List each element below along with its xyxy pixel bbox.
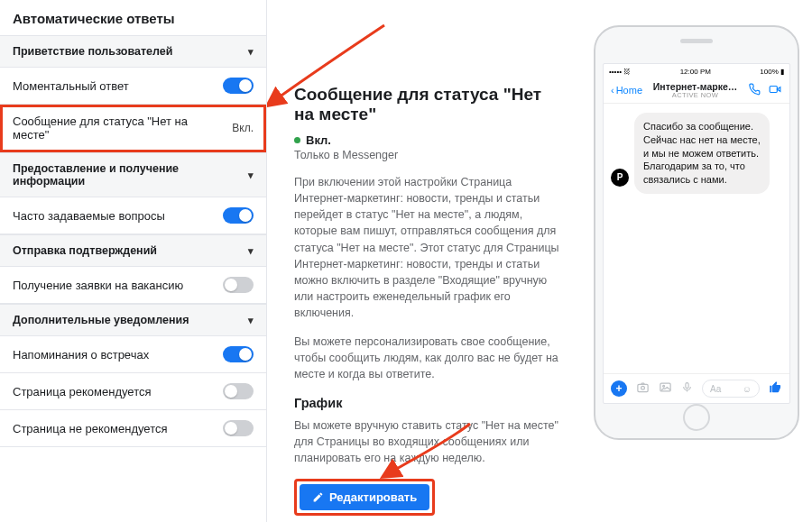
toggle-off-icon[interactable] xyxy=(223,420,254,436)
sidebar-item-label: Получение заявки на вакансию xyxy=(13,279,223,292)
group-label: Приветствие пользователей xyxy=(13,45,172,58)
phone-frame: ••••• ᯼ 12:00 PM 100% ▮ ‹ Home Интернет-… xyxy=(594,25,799,440)
sidebar-item-recommended[interactable]: Страница рекомендуется xyxy=(0,373,266,410)
group-label: Отправка подтверждений xyxy=(13,244,157,257)
battery-icon: 100% ▮ xyxy=(760,68,784,76)
description-paragraph: При включении этой настройки Страница Ин… xyxy=(294,174,559,321)
chat-active-status: active now xyxy=(653,92,737,99)
toggle-on-icon[interactable] xyxy=(223,346,254,362)
sidebar-item-label: Страница не рекомендуется xyxy=(13,422,223,435)
phone-call-icon[interactable] xyxy=(748,83,761,98)
group-header-confirm[interactable]: Отправка подтверждений ▾ xyxy=(0,234,266,267)
camera-icon[interactable] xyxy=(636,380,650,397)
edit-button[interactable]: Редактировать xyxy=(300,484,429,510)
svg-point-4 xyxy=(663,385,665,387)
chevron-down-icon: ▾ xyxy=(248,315,254,326)
mic-icon[interactable] xyxy=(681,380,693,397)
status-bar: ••••• ᯼ 12:00 PM 100% ▮ xyxy=(604,64,789,78)
pencil-icon xyxy=(312,491,324,503)
group-header-extra[interactable]: Дополнительные уведомления ▾ xyxy=(0,304,266,336)
chevron-down-icon: ▾ xyxy=(248,46,254,58)
sidebar-title: Автоматические ответы xyxy=(0,0,266,35)
status-dot-icon xyxy=(294,137,300,143)
status-text: Вкл. xyxy=(306,133,331,147)
phone-home-button xyxy=(683,404,710,431)
sidebar-item-label: Напоминания о встречах xyxy=(13,348,223,362)
message-bubble: Спасибо за сообщение. Сейчас нас нет на … xyxy=(634,113,770,194)
toggle-on-icon[interactable] xyxy=(223,207,254,224)
sidebar-item-label: Часто задаваемые вопросы xyxy=(13,209,223,223)
sidebar-item-away-message[interactable]: Сообщение для статуса "Нет на месте" Вкл… xyxy=(0,105,266,152)
status-subtitle: Только в Messenger xyxy=(294,149,559,161)
smile-icon[interactable]: ☺ xyxy=(743,384,752,394)
like-icon[interactable] xyxy=(769,380,782,397)
chevron-left-icon: ‹ xyxy=(611,85,614,96)
svg-point-2 xyxy=(641,386,645,389)
chat-title: Интернет-марке… active now xyxy=(653,82,737,99)
image-icon[interactable] xyxy=(659,380,672,397)
chat-body: P Спасибо за сообщение. Сейчас нас нет н… xyxy=(604,104,789,373)
sidebar-item-label: Страница рекомендуется xyxy=(13,385,223,398)
chat-input-bar: + Aa ☺ xyxy=(604,373,789,403)
svg-rect-1 xyxy=(638,384,648,391)
group-label: Предоставление и получение информации xyxy=(13,162,248,188)
chevron-down-icon: ▾ xyxy=(248,245,254,257)
message-input[interactable]: Aa ☺ xyxy=(702,380,760,398)
main-panel: Сообщение для статуса "Нет на месте" Вкл… xyxy=(267,0,581,522)
toggle-off-icon[interactable] xyxy=(223,277,254,293)
sidebar-item-status: Вкл. xyxy=(232,122,254,134)
input-placeholder: Aa xyxy=(710,384,721,394)
sidebar-item-reminders[interactable]: Напоминания о встречах xyxy=(0,336,266,373)
sidebar: Автоматические ответы Приветствие пользо… xyxy=(0,0,267,522)
toggle-off-icon[interactable] xyxy=(223,383,254,399)
sidebar-item-instant-reply[interactable]: Моментальный ответ xyxy=(0,68,266,105)
back-label: Home xyxy=(616,85,642,96)
chevron-down-icon: ▾ xyxy=(248,169,254,181)
description-paragraph: Вы можете персонализировать свое сообщен… xyxy=(294,334,559,382)
status-row: Вкл. xyxy=(294,133,559,147)
sidebar-item-label: Сообщение для статуса "Нет на месте" xyxy=(13,114,232,142)
group-header-info[interactable]: Предоставление и получение информации ▾ xyxy=(0,152,266,197)
annotation-highlight: Редактировать xyxy=(294,479,435,516)
plus-icon[interactable]: + xyxy=(611,380,627,397)
schedule-heading: График xyxy=(294,396,559,410)
group-label: Дополнительные уведомления xyxy=(13,314,189,326)
sidebar-item-label: Моментальный ответ xyxy=(13,79,223,93)
phone-screen: ••••• ᯼ 12:00 PM 100% ▮ ‹ Home Интернет-… xyxy=(603,63,790,404)
video-call-icon[interactable] xyxy=(768,83,782,98)
schedule-paragraph: Вы можете вручную ставить статус "Нет на… xyxy=(294,417,559,466)
avatar: P xyxy=(611,169,629,187)
group-header-greeting[interactable]: Приветствие пользователей ▾ xyxy=(0,35,266,68)
chat-header: ‹ Home Интернет-марке… active now xyxy=(604,78,789,104)
back-button[interactable]: ‹ Home xyxy=(611,85,642,96)
phone-preview: ••••• ᯼ 12:00 PM 100% ▮ ‹ Home Интернет-… xyxy=(581,0,812,522)
sidebar-item-faq[interactable]: Часто задаваемые вопросы xyxy=(0,197,266,234)
sidebar-item-vacancy[interactable]: Получение заявки на вакансию xyxy=(0,267,266,304)
svg-rect-5 xyxy=(686,383,688,389)
phone-speaker xyxy=(680,39,713,43)
svg-rect-0 xyxy=(770,86,777,92)
page-heading: Сообщение для статуса "Нет на месте" xyxy=(294,85,559,124)
status-bar-time: 12:00 PM xyxy=(680,68,711,76)
sidebar-item-not-recommended[interactable]: Страница не рекомендуется xyxy=(0,410,266,447)
signal-icon: ••••• ᯼ xyxy=(609,68,631,76)
toggle-on-icon[interactable] xyxy=(223,78,254,94)
edit-button-label: Редактировать xyxy=(329,490,417,504)
